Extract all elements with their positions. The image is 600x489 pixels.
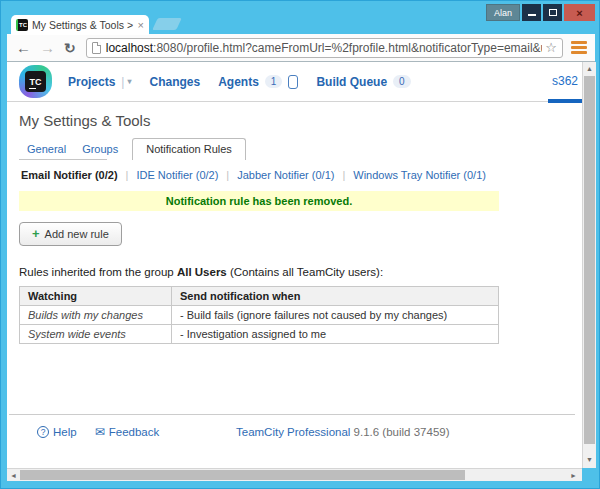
help-icon: ?	[37, 426, 49, 438]
browser-window: Alan × TC My Settings & Tools > No × ← →…	[0, 0, 600, 489]
url-text[interactable]: localhost:8080/profile.html?cameFromUrl=…	[106, 41, 543, 55]
version-text: TeamCity Professional 9.1.6 (build 37459…	[236, 426, 450, 438]
chevron-down-icon[interactable]: ▾	[127, 77, 131, 86]
feedback-envelope-icon: ✉	[95, 425, 105, 439]
window-controls: Alan ×	[486, 4, 595, 21]
rules-table: Watching Send notification when Builds w…	[19, 286, 499, 344]
scroll-down-icon[interactable]: ▼	[583, 453, 596, 466]
maximize-icon	[549, 9, 557, 16]
bookmark-star-icon[interactable]: ☆	[545, 40, 557, 55]
nav-build-queue[interactable]: Build Queue 0	[316, 75, 410, 89]
teamcity-favicon-icon: TC	[16, 19, 28, 31]
feedback-link[interactable]: ✉ Feedback	[95, 425, 160, 439]
window-close-button[interactable]: ×	[564, 4, 595, 21]
tab-title: My Settings & Tools > No	[32, 19, 134, 31]
col-send-when: Send notification when	[172, 287, 499, 306]
notifier-jabber[interactable]: Jabber Notifier (0/1)	[237, 169, 334, 181]
horizontal-scrollbar-thumb[interactable]	[20, 470, 465, 480]
notifier-email: Email Notifier (0/2)	[21, 169, 118, 181]
page-viewport: TC Projects | ▾ Changes Agents 1 Build Q…	[7, 62, 582, 468]
notifier-ide[interactable]: IDE Notifier (0/2)	[136, 169, 218, 181]
plus-icon: +	[32, 227, 40, 240]
footer-links: ? Help ✉ Feedback	[37, 425, 159, 439]
add-new-rule-button[interactable]: + Add new rule	[19, 222, 122, 246]
col-watching: Watching	[20, 287, 172, 306]
build-queue-count-badge: 0	[393, 75, 411, 88]
minimize-icon	[528, 14, 536, 16]
group-name: All Users	[177, 266, 227, 278]
tabs-underline	[19, 159, 107, 160]
teamcity-header: TC Projects | ▾ Changes Agents 1 Build Q…	[7, 62, 582, 102]
table-row: Builds with my changes - Build fails (ig…	[20, 306, 499, 325]
tab-notification-rules[interactable]: Notification Rules	[132, 138, 246, 160]
back-icon[interactable]: ←	[16, 40, 31, 55]
table-row: System wide events - Investigation assig…	[20, 325, 499, 344]
header-user-link[interactable]: s362	[552, 74, 578, 88]
horizontal-scrollbar[interactable]: ◄ ►	[7, 468, 582, 481]
page-icon	[92, 42, 101, 54]
browser-menu-icon[interactable]	[571, 41, 587, 54]
notifier-nav: Email Notifier (0/2) | IDE Notifier (0/2…	[21, 169, 582, 181]
main-nav: Projects | ▾ Changes Agents 1 Build Queu…	[68, 75, 411, 89]
url-path: :8080/profile.html?cameFromUrl=%2fprofil…	[153, 41, 542, 55]
forward-icon[interactable]: →	[40, 40, 55, 55]
table-header-row: Watching Send notification when	[20, 287, 499, 306]
maximize-button[interactable]	[543, 4, 562, 21]
tab-general[interactable]: General	[27, 143, 66, 160]
page-title: My Settings & Tools	[19, 112, 582, 129]
nav-agents[interactable]: Agents 1	[218, 75, 298, 89]
browser-toolbar: ← → ↻ localhost:8080/profile.html?cameFr…	[7, 34, 595, 62]
url-host: localhost	[106, 41, 153, 55]
notifier-windows-tray[interactable]: Windows Tray Notifier (0/1)	[353, 169, 486, 181]
page-footer: ? Help ✉ Feedback TeamCity Professional …	[9, 414, 575, 415]
teamcity-logo[interactable]: TC	[19, 65, 52, 98]
tab-close-icon[interactable]: ×	[138, 20, 144, 31]
tab-groups[interactable]: Groups	[82, 143, 118, 160]
vertical-scrollbar-thumb[interactable]	[584, 76, 595, 444]
projects-separator: |	[121, 75, 124, 89]
teamcity-logo-text: TC	[25, 71, 46, 92]
minimize-button[interactable]	[522, 4, 541, 21]
vertical-scrollbar[interactable]: ▲ ▼	[582, 62, 596, 468]
help-link[interactable]: ? Help	[37, 426, 77, 438]
success-message: Notification rule has been removed.	[19, 191, 499, 211]
window-user-chip[interactable]: Alan	[486, 4, 520, 21]
agent-status-icon	[288, 75, 298, 89]
nav-projects[interactable]: Projects | ▾	[68, 75, 132, 89]
reload-icon[interactable]: ↻	[64, 41, 76, 55]
scroll-up-icon[interactable]: ▲	[583, 62, 596, 75]
header-active-indicator	[548, 99, 582, 103]
address-bar[interactable]: localhost:8080/profile.html?cameFromUrl=…	[86, 38, 563, 58]
agents-count-badge: 1	[265, 75, 283, 88]
inherited-rules-text: Rules inherited from the group All Users…	[19, 266, 582, 278]
settings-tabs: General Groups Notification Rules	[19, 138, 582, 160]
nav-changes[interactable]: Changes	[150, 75, 201, 89]
new-tab-button[interactable]	[152, 18, 182, 30]
browser-tab[interactable]: TC My Settings & Tools > No ×	[11, 15, 149, 35]
teamcity-professional-link[interactable]: TeamCity Professional	[236, 426, 350, 438]
scroll-right-icon[interactable]: ►	[567, 469, 580, 481]
scroll-left-icon[interactable]: ◄	[7, 469, 20, 481]
